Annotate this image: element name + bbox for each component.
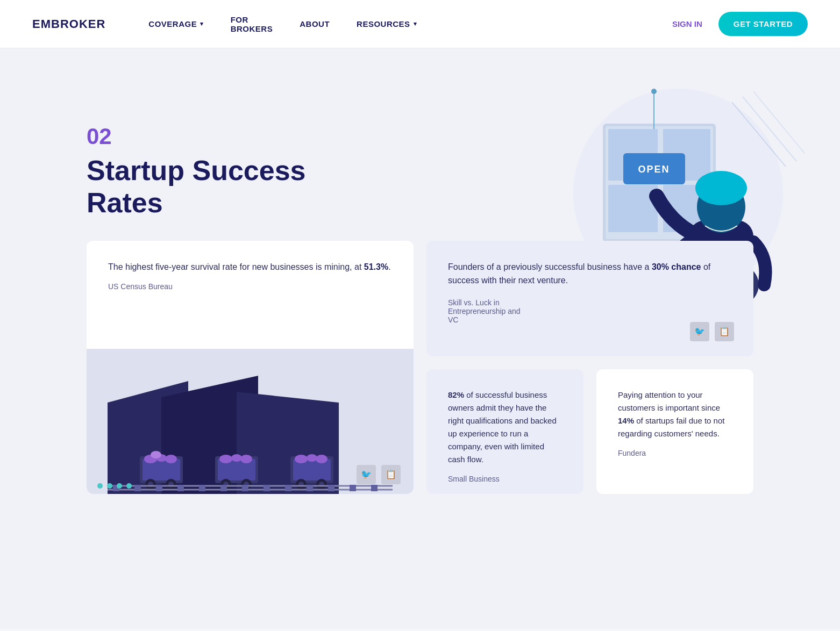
svg-rect-63 [242,485,248,491]
dots-decoration [97,483,132,489]
nav-coverage-label: COVERAGE [148,19,197,28]
hero-inner: 02 Startup Success Rates OPE [33,81,807,219]
svg-rect-68 [350,485,356,491]
card4-highlight: 14% [618,416,634,425]
card2-source: Skill vs. Luck in Entrepreneurship and V… [448,298,732,324]
svg-point-40 [231,454,242,462]
card4-text-before: Paying attention to your customers is im… [618,390,720,412]
dot-4 [126,483,132,489]
card2-twitter-icon[interactable]: 🐦 [690,322,709,341]
nav-brokers-label: FOR BROKERS [231,15,273,33]
coverage-caret-icon: ▾ [200,20,204,27]
logo[interactable]: EMBROKER [32,17,105,31]
card3-source: Small Business [448,475,562,483]
svg-rect-5 [608,185,658,232]
card4-text-after: of startups fail due to not regarding cu… [618,416,724,438]
card3-text-after: of successful business owners admit they… [448,390,557,464]
card2-text: Founders of a previously successful busi… [448,260,732,288]
card-14pct: Paying attention to your customers is im… [596,369,753,494]
svg-point-39 [219,455,232,463]
svg-rect-59 [156,485,162,491]
card1-source: US Census Bureau [108,282,392,291]
svg-rect-66 [307,485,313,491]
card2-text-before: Founders of a previously successful busi… [448,262,652,271]
card2-highlight: 30% chance [652,262,701,271]
nav-item-brokers[interactable]: FOR BROKERS [231,15,273,33]
svg-point-31 [165,455,177,463]
hero-section: 02 Startup Success Rates OPE [0,48,840,629]
resources-caret-icon: ▾ [414,20,417,27]
navbar: EMBROKER COVERAGE ▾ FOR BROKERS ABOUT RE… [0,0,840,48]
dot-3 [117,483,122,489]
card-mining: The highest five-year survival rate for … [87,241,414,494]
section-title: Startup Success Rates [87,155,345,219]
nav-item-coverage[interactable]: COVERAGE ▾ [148,19,203,28]
card1-highlight: 51.3% [364,262,388,271]
card1-text-before: The highest five-year survival rate for … [108,262,364,271]
dot-2 [107,483,112,489]
nav-links: COVERAGE ▾ FOR BROKERS ABOUT RESOURCES ▾ [148,15,417,33]
svg-rect-61 [199,485,205,491]
card3-highlight: 82% [448,390,464,399]
svg-point-22 [731,182,744,195]
card4-text: Paying attention to your customers is im… [618,389,732,440]
get-started-button[interactable]: GET STARTED [718,12,808,36]
card1-copy-icon[interactable]: 📋 [381,465,401,484]
card-82pct: 82% of successful business owners admit … [426,369,583,494]
svg-rect-65 [285,485,291,491]
nav-item-resources[interactable]: RESOURCES ▾ [357,19,417,28]
svg-rect-60 [177,485,184,491]
card2-copy-icon[interactable]: 📋 [715,322,734,341]
svg-point-48 [295,455,308,463]
nav-resources-label: RESOURCES [357,19,410,28]
svg-point-32 [151,451,161,458]
svg-point-41 [240,455,252,463]
svg-point-49 [307,454,317,462]
sign-in-link[interactable]: SIGN IN [672,19,702,28]
svg-point-8 [651,89,657,94]
svg-point-50 [316,455,328,463]
svg-rect-69 [371,485,378,491]
svg-rect-62 [220,485,227,491]
card1-text-after: . [388,262,390,271]
svg-text:OPEN: OPEN [638,164,670,175]
nav-about-label: ABOUT [300,19,330,28]
svg-rect-67 [328,485,334,491]
card1-actions: 🐦 📋 [357,465,401,484]
card4-source: Fundera [618,449,732,457]
card1-text: The highest five-year survival rate for … [108,260,392,274]
nav-item-about[interactable]: ABOUT [300,19,330,28]
svg-rect-58 [134,485,141,491]
svg-rect-64 [264,485,270,491]
card2-actions: 🐦 📋 [690,322,734,341]
card1-twitter-icon[interactable]: 🐦 [357,465,376,484]
card-founders: Founders of a previously successful busi… [426,241,753,356]
dot-1 [97,483,103,489]
card3-text: 82% of successful business owners admit … [448,389,562,466]
